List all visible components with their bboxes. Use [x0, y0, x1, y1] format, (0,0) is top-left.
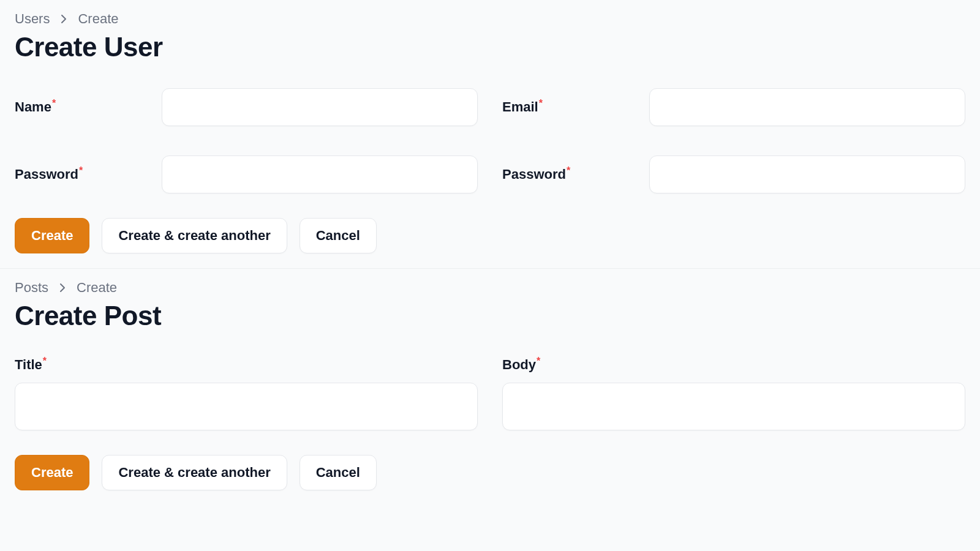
required-asterisk-icon: * [539, 98, 543, 108]
create-post-form: Title* Body* [15, 357, 965, 430]
breadcrumb-leaf: Create [77, 280, 117, 296]
create-and-another-button[interactable]: Create & create another [102, 455, 287, 490]
name-input[interactable] [162, 88, 478, 126]
email-input[interactable] [649, 88, 965, 126]
required-asterisk-icon: * [52, 98, 56, 108]
page-title: Create User [15, 32, 965, 62]
required-asterisk-icon: * [537, 356, 540, 366]
create-and-another-button[interactable]: Create & create another [102, 218, 287, 253]
body-input[interactable] [502, 383, 965, 430]
password-confirm-input[interactable] [649, 156, 965, 193]
field-email: Email* [502, 88, 965, 126]
form-actions: Create Create & create another Cancel [15, 218, 965, 253]
field-password: Password* [15, 156, 478, 193]
create-button[interactable]: Create [15, 455, 89, 490]
label-title: Title* [15, 357, 478, 373]
breadcrumb: Users Create [15, 11, 965, 27]
breadcrumb-leaf: Create [78, 11, 118, 27]
field-password-confirm: Password* [502, 156, 965, 193]
label-password: Password* [15, 167, 162, 182]
required-asterisk-icon: * [567, 165, 570, 176]
cancel-button[interactable]: Cancel [300, 455, 377, 490]
create-button[interactable]: Create [15, 218, 89, 253]
breadcrumb-root[interactable]: Users [15, 11, 50, 27]
create-post-section: Posts Create Create Post Title* Body* Cr… [0, 268, 980, 505]
title-input[interactable] [15, 383, 478, 430]
password-input[interactable] [162, 156, 478, 193]
breadcrumb: Posts Create [15, 280, 965, 296]
chevron-right-icon [59, 283, 66, 293]
field-name: Name* [15, 88, 478, 126]
cancel-button[interactable]: Cancel [300, 218, 377, 253]
chevron-right-icon [61, 14, 67, 24]
field-body: Body* [502, 357, 965, 430]
create-user-form: Name* Email* Password* Password* [15, 88, 965, 193]
create-user-section: Users Create Create User Name* Email* Pa… [0, 0, 980, 268]
label-body: Body* [502, 357, 965, 373]
page-title: Create Post [15, 301, 965, 331]
label-password-confirm: Password* [502, 167, 649, 182]
required-asterisk-icon: * [43, 356, 47, 366]
label-email: Email* [502, 99, 649, 115]
form-actions: Create Create & create another Cancel [15, 455, 965, 490]
field-title: Title* [15, 357, 478, 430]
label-name: Name* [15, 99, 162, 115]
breadcrumb-root[interactable]: Posts [15, 280, 48, 296]
required-asterisk-icon: * [79, 165, 83, 176]
